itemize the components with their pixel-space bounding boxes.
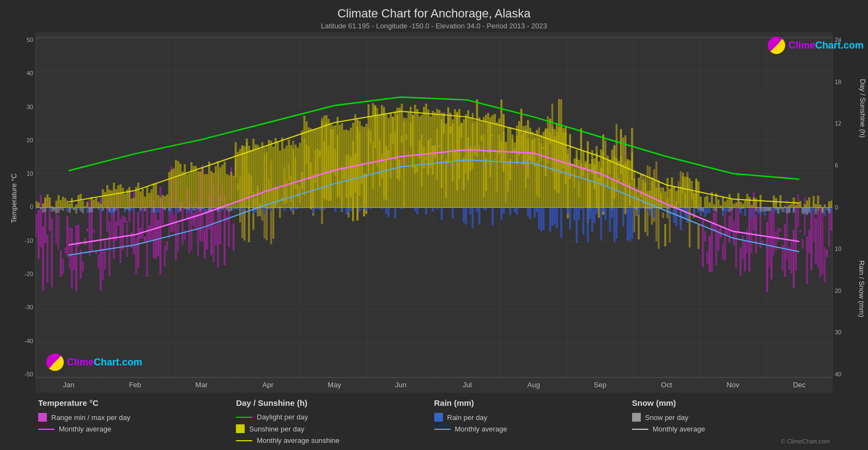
legend-sunshine-avg-label: Monthly average sunshine <box>257 436 339 445</box>
legend-section: Temperature °C Range min / max per day M… <box>0 393 868 450</box>
legend-snow-title: Snow (mm) <box>632 398 830 407</box>
legend-snow: Snow (mm) Snow per day Monthly average ©… <box>632 398 830 445</box>
y-tick-minus50: -50 <box>25 371 33 377</box>
y-tick-0-right: 0 <box>835 204 838 211</box>
legend-sunshine-title: Day / Sunshine (h) <box>236 398 434 407</box>
legend-daylight-icon <box>236 417 252 418</box>
legend-temp-title: Temperature °C <box>38 398 236 407</box>
logo-bottom-left: ClimeChart.com <box>46 353 142 371</box>
legend-sunshine-bar-label: Sunshine per day <box>249 425 304 433</box>
chart-title: Climate Chart for Anchorage, Alaska <box>0 7 868 21</box>
legend-temp-range-label: Range min / max per day <box>51 413 130 422</box>
y-tick-18: 18 <box>835 79 841 85</box>
y-tick-0: 0 <box>30 203 33 210</box>
legend-sunshine: Day / Sunshine (h) Daylight per day Suns… <box>236 398 434 445</box>
legend-rain-bar: Rain per day <box>434 413 632 422</box>
legend-rain-title: Rain (mm) <box>434 398 632 407</box>
legend-temp-avg: Monthly average <box>38 425 236 433</box>
y-tick-30: 30 <box>27 104 33 110</box>
title-section: Climate Chart for Anchorage, Alaska Lati… <box>0 0 868 32</box>
logo-text-top: ClimeChart.com <box>788 40 864 51</box>
legend-daylight-label: Daylight per day <box>257 413 308 421</box>
y-tick-minus40: -40 <box>25 338 33 344</box>
legend-rain-bar-icon <box>434 413 443 422</box>
y-axis-right-sunshine: 24 18 12 6 0 10 20 30 40 Day / Sunshine … <box>833 32 863 393</box>
logo-circle-top <box>768 37 785 54</box>
main-chart-canvas <box>35 32 833 393</box>
logo-circle-bottom <box>46 353 64 371</box>
legend-snow-avg-icon <box>632 429 648 430</box>
y-tick-minus10: -10 <box>25 237 33 244</box>
y-axis-left: Temperature °C 50 40 30 20 10 0 -10 -20 … <box>5 32 35 393</box>
chart-area-wrapper: ClimeChart.com Temperature °C 50 40 30 2… <box>0 32 868 393</box>
legend-sunshine-avg: Monthly average sunshine <box>236 436 434 445</box>
legend-rain-avg-label: Monthly average <box>455 425 507 433</box>
legend-rain: Rain (mm) Rain per day Monthly average <box>434 398 632 445</box>
legend-rain-avg-icon <box>434 429 451 430</box>
legend-snow-bar-label: Snow per day <box>645 413 689 422</box>
y-tick-20-rain: 20 <box>835 287 841 294</box>
legend-sunshine-avg-icon <box>236 440 252 441</box>
logo-top-right: ClimeChart.com <box>768 37 864 54</box>
legend-snow-avg-label: Monthly average <box>653 425 705 433</box>
legend-snow-bar: Snow per day <box>632 413 830 422</box>
chart-canvas-container: ClimeChart.com <box>35 32 833 393</box>
y-tick-12: 12 <box>835 120 841 127</box>
legend-snow-bar-icon <box>632 413 641 422</box>
y-tick-10: 10 <box>27 170 33 177</box>
copyright: © ClimeChart.com <box>781 438 830 445</box>
legend-rain-bar-label: Rain per day <box>447 413 488 422</box>
legend-daylight: Daylight per day <box>236 413 434 421</box>
y-tick-10-rain: 10 <box>835 245 841 252</box>
y-tick-minus30: -30 <box>25 304 33 310</box>
legend-temperature: Temperature °C Range min / max per day M… <box>38 398 236 445</box>
y-tick-40-rain: 40 <box>835 371 841 377</box>
y-tick-6: 6 <box>835 162 838 169</box>
y-tick-20: 20 <box>27 137 33 143</box>
chart-subtitle: Latitude 61.195 - Longitude -150.0 - Ele… <box>0 22 868 30</box>
y-tick-40: 40 <box>27 70 33 76</box>
legend-sunshine-bar-icon <box>236 424 245 433</box>
y-label-temperature: Temperature °C <box>10 173 18 223</box>
legend-temp-range-icon <box>38 413 47 422</box>
y-tick-minus20: -20 <box>25 271 33 277</box>
legend-sunshine-bar: Sunshine per day <box>236 424 434 433</box>
legend-snow-avg: Monthly average <box>632 425 830 433</box>
y-tick-30-rain: 30 <box>835 329 841 335</box>
main-container: Climate Chart for Anchorage, Alaska Lati… <box>0 0 868 450</box>
legend-temp-avg-icon <box>38 429 54 430</box>
legend-temp-avg-label: Monthly average <box>59 425 111 433</box>
legend-rain-avg: Monthly average <box>434 425 632 433</box>
y-label-rain: Rain / Snow (mm) <box>857 260 865 317</box>
y-label-sunshine: Day / Sunshine (h) <box>859 79 867 138</box>
logo-text-bottom: ClimeChart.com <box>67 357 142 368</box>
legend-temp-range: Range min / max per day <box>38 413 236 422</box>
y-tick-50: 50 <box>27 37 33 43</box>
